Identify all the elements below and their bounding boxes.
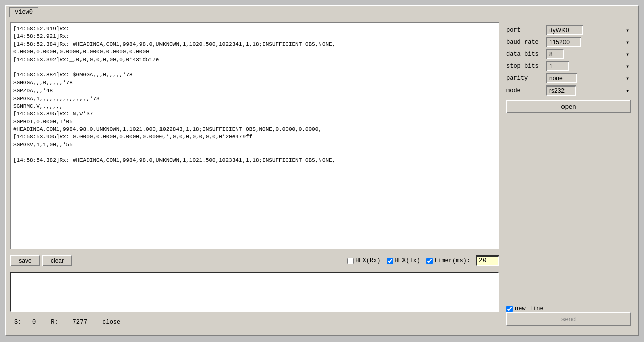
log-area[interactable]: [14:58:52.919]Rx: [14:58:52.921]Rx: [14:… — [10, 22, 499, 249]
main-window: view0 [14:58:52.919]Rx: [14:58:52.921]Rx… — [5, 5, 639, 336]
hex-rx-checkbox[interactable] — [347, 258, 354, 264]
new-line-row: new line — [506, 305, 631, 312]
mode-row: mode rs232 rs485 rs422 — [506, 86, 631, 96]
stop-bits-select[interactable]: 1 1.5 2 — [546, 61, 569, 71]
hex-tx-label: HEX(Tx) — [395, 257, 420, 264]
title-bar: view0 — [6, 6, 638, 18]
stop-bits-select-wrapper: 1 1.5 2 — [546, 61, 631, 71]
status-bar: S: 0 R: 7277 close — [10, 315, 499, 329]
baud-rate-select[interactable]: 9600 19200 38400 57600 115200 230400 — [546, 37, 581, 47]
data-bits-row: data bits 5 6 7 8 — [506, 49, 631, 59]
timer-label: timer(ms): — [434, 257, 470, 264]
clear-button[interactable]: clear — [42, 255, 72, 266]
save-button[interactable]: save — [10, 255, 40, 266]
data-bits-label: data bits — [506, 51, 546, 58]
open-button[interactable]: open — [506, 100, 631, 113]
mode-label: mode — [506, 87, 546, 94]
timer-checkbox[interactable] — [426, 258, 433, 264]
checkbox-group: HEX(Rx) HEX(Tx) timer(ms): 20 — [347, 255, 499, 266]
r-label: R: 7277 — [51, 319, 87, 326]
s-label: S: 0 — [14, 319, 36, 326]
hex-tx-checkbox[interactable] — [387, 258, 393, 264]
right-panel-inner: port ttyWK0 ttyUSB0 ttyS0 COM1 COM2 baud… — [503, 22, 634, 329]
stop-bits-label: stop bits — [506, 63, 546, 70]
send-input[interactable] — [10, 272, 499, 312]
left-panel: [14:58:52.919]Rx: [14:58:52.921]Rx: [14:… — [10, 22, 499, 329]
data-bits-select[interactable]: 5 6 7 8 — [546, 49, 564, 59]
baud-select-wrapper: 9600 19200 38400 57600 115200 230400 — [546, 37, 631, 47]
hex-rx-label: HEX(Rx) — [355, 257, 380, 264]
hex-tx-item: HEX(Tx) — [387, 257, 420, 264]
new-line-checkbox[interactable] — [506, 306, 513, 312]
port-select-wrapper: ttyWK0 ttyUSB0 ttyS0 COM1 COM2 — [546, 25, 631, 35]
s-value: 0 — [32, 319, 36, 326]
baud-rate-row: baud rate 9600 19200 38400 57600 115200 … — [506, 37, 631, 47]
mode-select[interactable]: rs232 rs485 rs422 — [546, 86, 576, 96]
log-text: [14:58:52.919]Rx: [14:58:52.921]Rx: [14:… — [13, 25, 496, 164]
port-select[interactable]: ttyWK0 ttyUSB0 ttyS0 COM1 COM2 — [546, 25, 583, 35]
parity-select[interactable]: none even odd mark space — [546, 73, 577, 83]
timer-input[interactable]: 20 — [476, 255, 499, 266]
close-label[interactable]: close — [102, 319, 120, 326]
baud-rate-label: baud rate — [506, 39, 546, 46]
parity-label: parity — [506, 75, 546, 82]
spacer — [506, 113, 631, 303]
port-row: port ttyWK0 ttyUSB0 ttyS0 COM1 COM2 — [506, 25, 631, 35]
toolbar: save clear HEX(Rx) HEX(Tx) timer(ms): — [10, 252, 499, 269]
data-bits-select-wrapper: 5 6 7 8 — [546, 49, 631, 59]
port-label: port — [506, 27, 546, 34]
r-value: 7277 — [72, 319, 87, 326]
hex-rx-item: HEX(Rx) — [347, 257, 380, 264]
main-content: [14:58:52.919]Rx: [14:58:52.921]Rx: [14:… — [6, 18, 638, 333]
new-line-label: new line — [515, 305, 544, 312]
send-button[interactable]: send — [506, 312, 631, 326]
parity-row: parity none even odd mark space — [506, 73, 631, 83]
stop-bits-row: stop bits 1 1.5 2 — [506, 61, 631, 71]
right-panel: port ttyWK0 ttyUSB0 ttyS0 COM1 COM2 baud… — [503, 22, 634, 329]
mode-select-wrapper: rs232 rs485 rs422 — [546, 86, 631, 96]
timer-item: timer(ms): — [426, 257, 470, 264]
parity-select-wrapper: none even odd mark space — [546, 73, 631, 83]
tab-view0[interactable]: view0 — [9, 7, 38, 17]
